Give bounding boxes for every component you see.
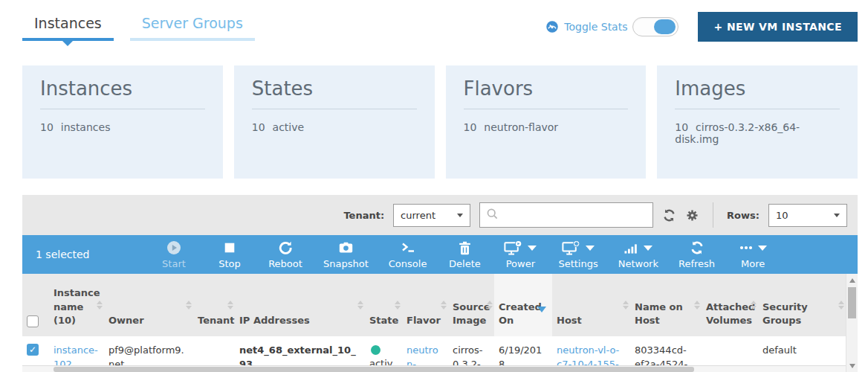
camera-icon <box>338 240 354 256</box>
search-input[interactable] <box>503 210 647 221</box>
stats-card-flavors: Flavors 10neutron-flavor <box>446 65 647 179</box>
column-header-instance-name[interactable]: Instance name (10) <box>49 274 104 336</box>
card-count: 10 <box>464 121 477 133</box>
instances-page: Instances Server Groups Toggle Stats + N… <box>0 0 868 372</box>
play-circle-icon <box>166 240 181 256</box>
state-active-dot-icon <box>371 345 380 355</box>
tenant-select-value: current <box>401 210 435 221</box>
card-title: States <box>252 77 417 109</box>
column-header-state[interactable]: State <box>365 274 402 336</box>
search-icon <box>486 208 499 223</box>
tab-instances[interactable]: Instances <box>22 12 114 41</box>
vertical-scrollbar[interactable] <box>846 274 858 372</box>
column-header-name-on-host[interactable]: Name on Host <box>630 274 702 336</box>
new-vm-instance-button[interactable]: + NEW VM INSTANCE <box>698 12 858 42</box>
scroll-up-icon[interactable] <box>849 278 855 283</box>
tenant-label: Tenant: <box>343 210 384 221</box>
refresh-button[interactable]: Refresh <box>678 240 715 269</box>
reboot-button[interactable]: Reboot <box>268 240 303 269</box>
tab-instances-label: Instances <box>34 15 102 31</box>
selected-count: 1 selected <box>36 248 117 260</box>
toggle-stats: Toggle Stats <box>545 17 678 36</box>
chevron-down-icon <box>528 246 537 251</box>
card-title: Instances <box>40 77 205 109</box>
trash-icon <box>459 240 471 256</box>
column-header-source-image[interactable]: Source Image <box>448 274 494 336</box>
gauge-icon <box>545 20 559 33</box>
settings-button-label: Settings <box>558 258 597 269</box>
card-label: neutron-flavor <box>484 121 558 133</box>
column-header-created-on[interactable]: Created On <box>494 274 552 336</box>
instances-table: Instance name (10) Owner Tenant IP Addre… <box>22 274 858 372</box>
action-buttons: Start Stop Reboot Snapshot <box>156 240 771 269</box>
row-checkbox[interactable]: ✓ <box>27 344 39 356</box>
page-header: Instances Server Groups Toggle Stats + N… <box>22 0 858 46</box>
sort-icon <box>623 301 629 310</box>
stop-square-icon <box>223 240 236 256</box>
horizontal-scrollbar-thumb[interactable] <box>54 367 694 372</box>
toggle-stats-switch[interactable] <box>632 17 678 36</box>
card-count: 10 <box>40 121 54 133</box>
vertical-scrollbar-thumb[interactable] <box>848 287 856 318</box>
column-header-attached-volumes[interactable]: Attached Volumes <box>702 274 758 336</box>
column-header-tenant[interactable]: Tenant <box>193 274 235 336</box>
tab-bar: Instances Server Groups <box>22 12 255 41</box>
table-header-row: Instance name (10) Owner Tenant IP Addre… <box>22 274 846 336</box>
refresh-icon[interactable] <box>662 208 676 222</box>
tab-server-groups-label: Server Groups <box>142 15 243 31</box>
stats-card-images: Images 10cirros-0.3.2-x86_64-disk.img <box>657 65 858 179</box>
rows-select-value: 10 <box>776 210 788 221</box>
more-button[interactable]: More <box>735 240 771 269</box>
card-label: instances <box>61 121 111 133</box>
horizontal-scrollbar[interactable] <box>22 365 846 372</box>
tenant-select[interactable]: current <box>393 204 470 227</box>
sort-icon <box>441 301 447 310</box>
column-header-ip-addresses[interactable]: IP Addresses <box>235 274 365 336</box>
gear-icon[interactable] <box>685 208 699 222</box>
action-bar: 1 selected Start Stop Reboot <box>22 235 858 274</box>
delete-button[interactable]: Delete <box>447 240 482 269</box>
power-button[interactable]: Power <box>502 240 538 269</box>
chevron-down-icon <box>834 214 840 217</box>
header-actions: Toggle Stats + NEW VM INSTANCE <box>545 12 858 42</box>
toolbar-divider <box>713 202 713 228</box>
card-count: 10 <box>675 121 688 133</box>
tab-server-groups[interactable]: Server Groups <box>130 12 255 41</box>
start-button-label: Start <box>162 258 186 269</box>
chevron-down-icon <box>457 214 463 217</box>
more-button-label: More <box>741 258 765 269</box>
card-label: cirros-0.3.2-x86_64-disk.img <box>675 121 800 145</box>
delete-button-label: Delete <box>449 258 481 269</box>
rows-select[interactable]: 10 <box>768 204 847 227</box>
search-box <box>479 202 653 228</box>
snapshot-button[interactable]: Snapshot <box>323 240 369 269</box>
column-header-security-groups[interactable]: Security Groups <box>758 274 846 336</box>
console-button[interactable]: Console <box>389 240 427 269</box>
sort-icon <box>751 301 757 310</box>
terminal-icon <box>401 240 415 256</box>
stop-button[interactable]: Stop <box>212 240 247 269</box>
console-button-label: Console <box>389 258 427 269</box>
network-button[interactable]: Network <box>618 240 658 269</box>
settings-button[interactable]: Settings <box>558 240 597 269</box>
reboot-arrow-icon <box>278 240 293 256</box>
chevron-down-icon <box>586 246 595 251</box>
rows-label: Rows: <box>727 210 760 221</box>
start-button[interactable]: Start <box>156 240 192 269</box>
sort-icon <box>487 301 493 310</box>
card-title: Images <box>675 77 840 109</box>
column-header-owner[interactable]: Owner <box>104 274 193 336</box>
column-header-flavor[interactable]: Flavor <box>402 274 448 336</box>
sort-icon <box>357 301 363 310</box>
scroll-down-icon[interactable] <box>849 364 855 368</box>
sort-icon <box>186 301 192 310</box>
stats-card-instances: Instances 10instances <box>22 65 223 179</box>
sort-icon <box>97 301 103 310</box>
stats-cards: Instances 10instances States 10active Fl… <box>22 65 858 179</box>
table-toolbar: Tenant: current Rows: 10 <box>22 195 858 235</box>
refresh-button-label: Refresh <box>678 258 715 269</box>
switch-knob <box>654 19 676 34</box>
stats-card-states: States 10active <box>234 65 435 179</box>
column-header-host[interactable]: Host <box>552 274 630 336</box>
select-all-checkbox[interactable] <box>27 315 39 327</box>
